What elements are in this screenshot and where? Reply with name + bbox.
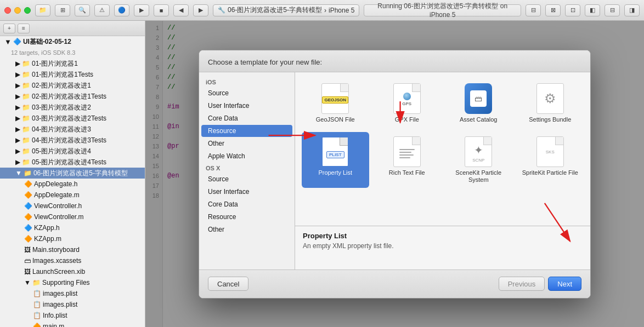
sidebar-meta: 12 targets, iOS SDK 8.3 — [0, 47, 145, 58]
breakpoint-button[interactable]: 🔵 — [114, 4, 129, 16]
sidebar-filter-button[interactable]: ≡ — [18, 24, 30, 33]
supporting-files-label: Supporting Files — [42, 279, 90, 286]
template-scenekit[interactable]: ✦ SCNP SceneKit Particle System — [445, 132, 512, 188]
cat-osx-coredata[interactable]: Core Data — [201, 198, 292, 210]
cat-ios-other[interactable]: Other — [201, 137, 292, 150]
description-panel: Property List An empty XML property list… — [295, 226, 590, 269]
settings-label: Settings Bundle — [529, 116, 571, 123]
scheme-name: 06-图片浏览器改进5-字典转模型 — [228, 5, 322, 15]
sidebar-file-appdelegate-m[interactable]: 🔶AppDelegate.m — [0, 190, 145, 200]
bottom-panel-button[interactable]: ⊟ — [605, 4, 620, 16]
sidebar-item-03t[interactable]: ▶📁03-图片浏览器改进2Tests — [0, 113, 145, 124]
sidebar-item-05[interactable]: ▶📁05-图片浏览器改进4 — [0, 146, 145, 157]
sidebar-file-launchscreen[interactable]: 🖼LaunchScreen.xib — [0, 266, 145, 277]
sidebar-content[interactable]: ▼ 🔷 UI基础-02-05-12 12 targets, iOS SDK 8.… — [0, 36, 145, 327]
template-spritekit[interactable]: SKS SpriteKit Particle File — [517, 132, 584, 188]
sidebar-item-02[interactable]: ▶📁02-图片浏览器改进1 — [0, 80, 145, 91]
sidebar-file-viewcontroller-h[interactable]: 🔷ViewController.h — [0, 200, 145, 211]
cat-osx-other[interactable]: Other — [201, 223, 292, 236]
editor-assistant-button[interactable]: ⊠ — [545, 4, 561, 16]
maximize-button[interactable] — [24, 7, 31, 14]
richtext-icon — [392, 136, 422, 167]
template-richtext[interactable]: Rich Text File — [374, 132, 441, 188]
sidebar-file-kzapp-m[interactable]: 🔶KZApp.m — [0, 233, 145, 244]
gpx-label: GPX File — [395, 116, 419, 123]
osx-section-label: OS X — [199, 163, 295, 173]
ios-section-label: iOS — [199, 77, 295, 87]
cancel-button[interactable]: Cancel — [208, 277, 248, 291]
cat-ios-resource[interactable]: Resource — [201, 125, 292, 137]
sidebar-file-appdelegate-h[interactable]: 🔶AppDelegate.h — [0, 179, 145, 190]
stop-button[interactable]: ■ — [154, 4, 169, 16]
sidebar-item-02t[interactable]: ▶📁02-图片浏览器改进1Tests — [0, 91, 145, 102]
sidebar-file-images-plist1[interactable]: 📋images.plist — [0, 288, 145, 299]
description-title: Property List — [303, 232, 583, 240]
geojson-icon: GEOJSON — [320, 83, 351, 114]
left-panel-button[interactable]: ◧ — [585, 4, 600, 16]
sidebar-file-kzapp-h[interactable]: 🔷KZApp.h — [0, 222, 145, 233]
minimize-button[interactable] — [14, 7, 21, 14]
template-panel: GEOJSON GeoJSON File GPS — [295, 72, 590, 269]
primary-buttons: Previous Next — [499, 277, 581, 291]
project-root[interactable]: ▼ 🔷 UI基础-02-05-12 — [0, 36, 145, 47]
cat-osx-resource[interactable]: Resource — [201, 211, 292, 223]
run-button[interactable]: ▶ — [134, 4, 149, 16]
sidebar-file-viewcontroller-m[interactable]: 🔶ViewController.m — [0, 211, 145, 222]
sidebar-item-04t[interactable]: ▶📁04-图片浏览器改进3Tests — [0, 135, 145, 146]
sidebar-item-04[interactable]: ▶📁04-图片浏览器改进3 — [0, 124, 145, 135]
template-geojson[interactable]: GEOJSON GeoJSON File — [302, 79, 369, 128]
template-plist[interactable]: PLIST Property List — [302, 132, 369, 188]
cat-osx-source[interactable]: Source — [201, 173, 292, 185]
project-name: UI基础-02-05-12 — [23, 37, 71, 47]
code-area: 1 2 3 4 5 6 7 8 9 10 11 12 13 14 15 16 1… — [145, 21, 644, 327]
sidebar-file-info-plist[interactable]: 📋Info.plist — [0, 310, 145, 321]
cat-ios-source[interactable]: Source — [201, 87, 292, 99]
settings-icon: ⚙ — [535, 83, 566, 114]
plist-icon: PLIST — [320, 136, 351, 167]
previous-button[interactable]: Previous — [499, 277, 545, 291]
group-button[interactable]: ⊞ — [55, 4, 70, 16]
sidebar-file-main-storyboard[interactable]: 🖼Main.storyboard — [0, 244, 145, 255]
sidebar-item-01t[interactable]: ▶📁01-图片浏览器1Tests — [0, 69, 145, 80]
sidebar-item-06[interactable]: ▼📁06-图片浏览器改进5-字典转模型 — [0, 168, 145, 179]
scheme-selector[interactable]: 🔧 06-图片浏览器改进5-字典转模型 › iPhone 5 — [213, 4, 359, 16]
richtext-label: Rich Text File — [389, 169, 425, 176]
template-gpx[interactable]: GPS GPX File — [374, 79, 441, 128]
sidebar-item-05t[interactable]: ▶📁05-图片浏览器改进4Tests — [0, 157, 145, 168]
modal-footer: Cancel Previous Next — [199, 269, 590, 298]
sidebar-file-images-xcassets[interactable]: 🗃Images.xcassets — [0, 255, 145, 266]
issue-button[interactable]: ⚠ — [94, 4, 110, 16]
modal-overlay[interactable]: Choose a template for your new file: iOS… — [145, 21, 644, 327]
cat-osx-userinterface[interactable]: User Interface — [201, 186, 292, 198]
main-layout: + ≡ ▼ 🔷 UI基础-02-05-12 12 targets, iOS SD… — [0, 21, 644, 327]
category-panel: iOS Source User Interface Core Data Reso… — [199, 72, 295, 269]
cat-ios-coredata[interactable]: Core Data — [201, 112, 292, 124]
asset-icon: 🗃 — [463, 83, 494, 114]
sidebar-item-03[interactable]: ▶📁03-图片浏览器改进2 — [0, 102, 145, 113]
nav-forward-button[interactable]: ▶ — [193, 4, 208, 16]
cat-ios-userinterface[interactable]: User Interface — [201, 100, 292, 112]
editor-version-button[interactable]: ⊡ — [565, 4, 580, 16]
spritekit-icon: SKS — [535, 136, 566, 167]
sidebar-file-main-m[interactable]: 🔶main.m — [0, 321, 145, 327]
plist-label: Property List — [318, 169, 352, 176]
cat-ios-applewatch[interactable]: Apple Watch — [201, 150, 292, 162]
nav-back-button[interactable]: ◀ — [173, 4, 189, 16]
modal-title: Choose a template for your new file: — [208, 58, 322, 66]
close-button[interactable] — [4, 7, 11, 14]
sidebar-group-supporting[interactable]: ▼📁 Supporting Files — [0, 277, 145, 288]
traffic-lights — [4, 7, 31, 14]
description-text: An empty XML property list file. — [303, 242, 583, 250]
sidebar-add-button[interactable]: + — [3, 24, 15, 33]
title-bar: 📁 ⊞ 🔍 ⚠ 🔵 ▶ ■ ◀ ▶ 🔧 06-图片浏览器改进5-字典转模型 › … — [0, 0, 644, 21]
search-button[interactable]: 🔍 — [75, 4, 90, 16]
add-file-button[interactable]: 📁 — [35, 4, 50, 16]
sidebar-item-01[interactable]: ▶📁01-图片浏览器1 — [0, 58, 145, 69]
next-button[interactable]: Next — [548, 277, 581, 291]
gpx-icon: GPS — [392, 83, 422, 114]
editor-standard-button[interactable]: ⊟ — [526, 4, 541, 16]
template-settings[interactable]: ⚙ Settings Bundle — [517, 79, 584, 128]
right-panel-button[interactable]: ◨ — [624, 4, 640, 16]
sidebar-file-images-plist2[interactable]: 📋images.plist — [0, 299, 145, 310]
template-asset[interactable]: 🗃 Asset Catalog — [445, 79, 512, 128]
